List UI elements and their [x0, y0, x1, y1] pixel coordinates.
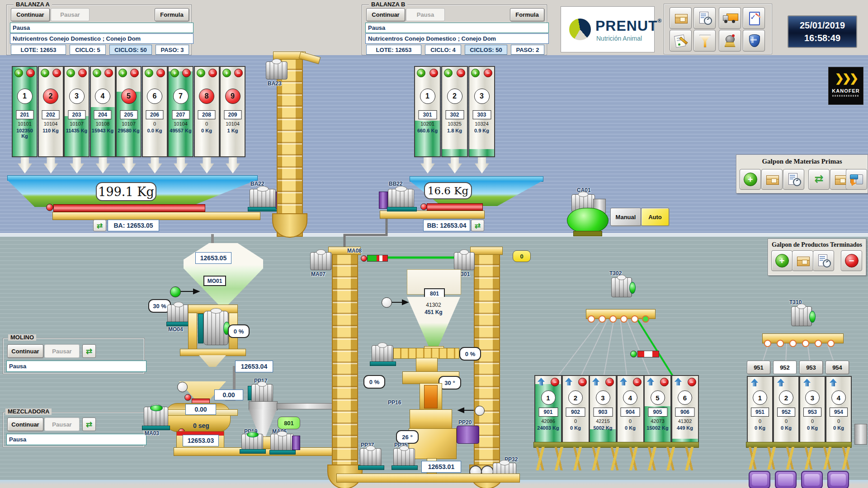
silo-add-button[interactable]: +: [471, 69, 480, 77]
silo-add-button[interactable]: +: [444, 69, 453, 77]
toolbar-button-checklist[interactable]: ✓: [743, 7, 765, 29]
bag-header-button-953[interactable]: 953: [799, 361, 823, 374]
silo-up-arrow-button[interactable]: [674, 378, 682, 386]
galpon-pt-button-report-2[interactable]: [813, 250, 834, 271]
mill-frame-left: [188, 313, 197, 352]
time-text: 16:58:49: [804, 32, 840, 44]
silo-number: 3: [596, 390, 610, 405]
galpon-pt-button-box-1[interactable]: [792, 250, 813, 271]
toolbar-button-filter[interactable]: [693, 30, 716, 52]
mezcladora-continue-button[interactable]: Continuar: [7, 418, 43, 431]
silo-202: +−220210104110 Kg: [38, 66, 64, 157]
silo-up-arrow-button[interactable]: [537, 378, 545, 386]
silo-remove-button[interactable]: −: [633, 378, 642, 386]
galpon-mp-button-box-1[interactable]: [761, 169, 783, 190]
balanza-a-pause-button[interactable]: Pausar: [51, 8, 90, 21]
silo-up-arrow-button[interactable]: [619, 378, 627, 386]
toolbar-button-alarm[interactable]: [719, 30, 741, 52]
auto-mode-button[interactable]: Auto: [641, 208, 669, 226]
galpon-pt-button-plus-0[interactable]: +: [771, 250, 793, 271]
line-indicator-bar: [637, 351, 659, 357]
silo-add-button[interactable]: +: [66, 69, 75, 77]
manual-mode-button[interactable]: Manual: [610, 208, 641, 226]
silo-add-button[interactable]: +: [417, 69, 425, 77]
silo-203: +−32031010711435 Kg: [64, 66, 90, 157]
bag-header-button-954[interactable]: 954: [826, 361, 849, 374]
line-indicator-dot: [630, 351, 637, 357]
manifold-port: [642, 315, 649, 323]
galpon-mp-title: Galpon de Materias Primas: [736, 158, 868, 165]
silo-tag: 952: [777, 408, 795, 417]
silo-up-arrow-button[interactable]: [565, 378, 573, 386]
silo-number: 1: [541, 390, 556, 405]
silo-add-button[interactable]: +: [145, 69, 153, 77]
galpon-mp-button-unload-5[interactable]: [846, 169, 867, 190]
silo-remove-button[interactable]: −: [429, 69, 438, 77]
silo-remove-button[interactable]: −: [660, 378, 669, 386]
bottom-conveyor: [336, 474, 520, 483]
molino-continue-button[interactable]: Continuar: [7, 344, 43, 358]
silo-add-button[interactable]: +: [14, 69, 23, 77]
silo-remove-button[interactable]: −: [551, 378, 559, 386]
galpon-mp-button-refresh-3[interactable]: ⇄: [808, 169, 830, 190]
belt-conveyor-a: [52, 212, 260, 220]
molino-title: MOLINO: [8, 334, 36, 341]
silo-up-arrow-button[interactable]: [829, 379, 837, 387]
bag-header-button-952[interactable]: 952: [773, 361, 797, 374]
motor-ma03-base: [142, 426, 170, 430]
silo-remove-button[interactable]: −: [605, 378, 614, 386]
silo-remove-button[interactable]: −: [52, 69, 61, 77]
mill-batch-in-box: 12653.05: [195, 252, 231, 264]
galpon-mp-button-report-2[interactable]: [783, 169, 804, 190]
silo-remove-button[interactable]: −: [234, 69, 243, 77]
silo-up-arrow-button[interactable]: [803, 379, 811, 387]
silo-add-button[interactable]: +: [222, 69, 231, 77]
mezcladora-pause-button[interactable]: Pausar: [44, 418, 80, 431]
silo-tag: 209: [224, 110, 241, 119]
silo-remove-button[interactable]: −: [484, 69, 492, 77]
balanza-b-continue-button[interactable]: Continuar: [366, 8, 405, 21]
silo-add-button[interactable]: +: [93, 69, 101, 77]
silo-remove-button[interactable]: −: [130, 69, 139, 77]
silo-up-arrow-button[interactable]: [646, 378, 655, 386]
silo-remove-button[interactable]: −: [78, 69, 87, 77]
balanza-b-formula-button[interactable]: Formula: [510, 8, 544, 21]
balanza-a-formula-button[interactable]: Formula: [155, 8, 189, 21]
silo-add-button[interactable]: +: [170, 69, 179, 77]
silo-remove-button[interactable]: −: [688, 378, 696, 386]
silo-add-button[interactable]: +: [197, 69, 205, 77]
silo-remove-button[interactable]: −: [26, 69, 35, 77]
galpon-mp-button-plus-0[interactable]: +: [740, 169, 761, 190]
toolbar-button-shield[interactable]: [743, 30, 765, 52]
silo-code: 10104: [39, 121, 63, 127]
silo-remove-button[interactable]: −: [457, 69, 465, 77]
molino-pause-button[interactable]: Pausar: [44, 344, 80, 358]
mezcladora-refresh-button[interactable]: ⇄: [82, 418, 96, 431]
molino-refresh-button[interactable]: ⇄: [82, 344, 96, 358]
toolbar-button-package[interactable]: [670, 7, 692, 29]
balanza-a-continue-button[interactable]: Continuar: [11, 8, 50, 21]
bag-header-button-951[interactable]: 951: [747, 361, 770, 374]
silo-add-button[interactable]: +: [118, 69, 127, 77]
toolbar-button-report[interactable]: [693, 7, 716, 29]
mill-plate: [198, 314, 203, 343]
motor-ma03-status: [150, 405, 163, 411]
silo-fill-level: [469, 149, 494, 156]
refresh-batch-a-button[interactable]: ⇄: [93, 220, 106, 231]
motor-ma06-base: [269, 450, 296, 455]
silo-up-arrow-button[interactable]: [750, 379, 759, 387]
silo-remove-button[interactable]: −: [578, 378, 587, 386]
silo-up-arrow-button[interactable]: [777, 379, 785, 387]
toolbar-button-note[interactable]: [670, 30, 692, 52]
galpon-pt-button-minus-3[interactable]: −: [841, 250, 862, 271]
silo-remove-button[interactable]: −: [156, 69, 165, 77]
silo-remove-button[interactable]: −: [104, 69, 113, 77]
silo-code: 10325: [442, 121, 467, 127]
balanza-b-pause-button[interactable]: Pausa: [406, 8, 445, 21]
silo-remove-button[interactable]: −: [182, 69, 191, 77]
silo-up-arrow-button[interactable]: [592, 378, 600, 386]
refresh-batch-b-button[interactable]: ⇄: [471, 220, 484, 231]
silo-remove-button[interactable]: −: [208, 69, 217, 77]
silo-add-button[interactable]: +: [41, 69, 49, 77]
toolbar-button-truck[interactable]: [719, 7, 741, 29]
